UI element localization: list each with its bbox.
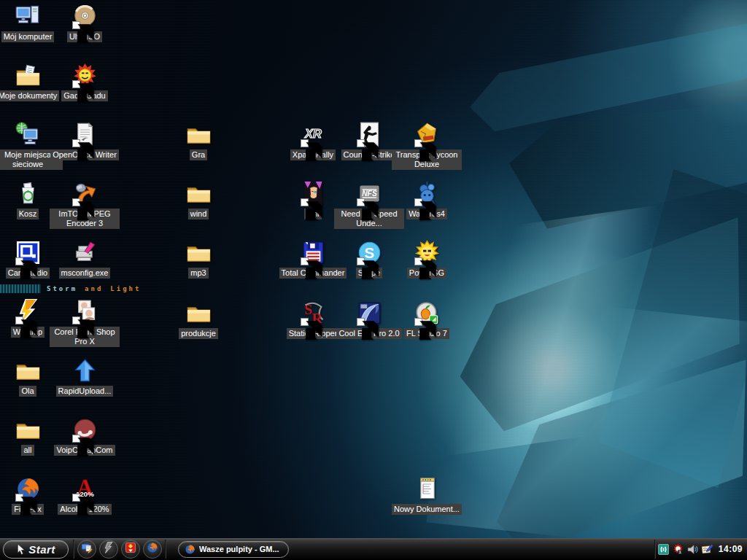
shortcut-arrow-icon	[15, 257, 23, 265]
notepad-icon	[414, 476, 440, 502]
desktop-icon-wind[interactable]: wind	[163, 181, 233, 219]
shortcut-arrow-icon	[72, 435, 80, 443]
sr-icon: SR	[301, 300, 326, 326]
taskbar-clock: 14:09	[719, 544, 743, 554]
folder-icon	[186, 122, 212, 147]
start-button[interactable]: Start	[3, 540, 69, 559]
task-button-area: Wasze pulpity - GM...	[168, 541, 653, 558]
firefox-icon	[185, 544, 196, 555]
shortcut-arrow-icon	[72, 80, 80, 88]
corel-icon	[72, 299, 98, 324]
desktop-icon-corel-paint-shop[interactable]: Corel Paint Shop Pro X	[50, 299, 120, 347]
folder-icon	[186, 240, 212, 265]
desktop-icon-label: Kosz	[17, 209, 39, 219]
svg-text:XR: XR	[304, 127, 322, 140]
task-wasze-pulpity[interactable]: Wasze pulpity - GM...	[178, 541, 289, 558]
winamp-icon	[15, 299, 41, 324]
wallpaper-hatch-bar	[0, 284, 41, 293]
winamp-quicklaunch-icon	[103, 542, 115, 556]
tray-icons: 1	[657, 543, 713, 556]
shortcut-arrow-icon	[357, 318, 365, 326]
taskbar-separator	[73, 540, 74, 559]
quicklaunch-show-desktop[interactable]	[77, 540, 96, 559]
desktop-icon-mp3[interactable]: mp3	[163, 240, 233, 279]
shortcut-arrow-icon	[15, 316, 23, 324]
task-button-label: Wasze pulpity - GM...	[199, 545, 279, 553]
totalcmd-icon	[301, 240, 326, 265]
firefox-icon	[15, 476, 41, 502]
shortcut-arrow-icon	[357, 257, 365, 265]
cd-icon	[72, 4, 98, 29]
shortcut-arrow-icon	[72, 198, 80, 206]
desktop-icon-gadu-gadu[interactable]: Gadu-Gadu	[50, 63, 120, 101]
taskbar: Start Wasze pulpity - GM... 14:09 1	[0, 538, 747, 560]
quicklaunch-flashget-quicklaunch[interactable]	[121, 540, 140, 559]
svg-text:NFS: NFS	[362, 190, 377, 198]
flstudio-icon	[414, 300, 440, 326]
desktop-icon-warlords4[interactable]: Warlords4	[392, 181, 462, 219]
quicklaunch-winamp-quicklaunch[interactable]	[99, 540, 118, 559]
tray-tablet-icon[interactable]	[701, 543, 713, 556]
docsfolder-icon	[15, 63, 41, 88]
quicklaunch-firefox-quicklaunch[interactable]	[143, 540, 162, 559]
wallpaper-caption-text: Storm	[47, 285, 77, 292]
svg-text:1: 1	[679, 550, 681, 553]
svg-text:S: S	[304, 301, 312, 317]
imtoo-icon	[72, 181, 98, 206]
desktop-icon-produkcje[interactable]: produkcje	[163, 300, 233, 339]
wallpaper-caption: Storm and Light	[0, 284, 141, 294]
voip-icon	[72, 417, 98, 443]
shortcut-arrow-icon	[72, 139, 80, 147]
tray-volume-icon[interactable]	[686, 543, 699, 556]
shortcut-arrow-icon	[414, 318, 422, 326]
camstudio-icon	[15, 240, 41, 265]
desktop-icon-imtoo-mpeg-encoder[interactable]: ImTOO MPEG Encoder 3	[50, 181, 120, 229]
desktop-icon-openoffice-writer[interactable]: OpenOffice Writer	[50, 122, 120, 160]
shortcut-arrow-icon	[301, 139, 309, 147]
nfs-icon: NFS	[357, 181, 382, 206]
desktop-icon-label: Gra	[190, 149, 207, 160]
shortcut-arrow-icon	[301, 318, 309, 326]
msconfig-icon	[72, 240, 98, 265]
shortcut-arrow-icon	[414, 257, 422, 265]
folder-icon	[15, 358, 41, 384]
quick-launch-bar	[76, 540, 163, 559]
desktop-icon-label: produkcje	[179, 328, 218, 339]
flashget-quicklaunch-icon	[125, 542, 136, 556]
shortcut-arrow-icon	[15, 494, 23, 502]
desktop-icon-label: Ola	[19, 386, 36, 397]
shortcut-arrow-icon	[72, 21, 80, 29]
desktop-icon-alcohol-120[interactable]: A120%Alcohol 120%	[50, 476, 120, 515]
desktop-icon-ultraiso[interactable]: UltraISO	[50, 4, 120, 42]
skype-icon: S	[357, 240, 382, 265]
ttd-icon	[414, 122, 440, 147]
desktop-icon-gra[interactable]: Gra	[163, 122, 233, 160]
tray-codec-icon[interactable]	[657, 543, 670, 556]
taskbar-separator	[165, 540, 166, 559]
desktop-icon-rapidupload[interactable]: RapidUpload...	[50, 358, 120, 397]
show-desktop-icon	[81, 542, 93, 556]
desktop-icon-msconfig[interactable]: msconfig.exe	[50, 240, 120, 279]
xr-icon: XR	[301, 122, 326, 147]
sunyellow-icon	[414, 240, 440, 265]
start-label: Start	[28, 543, 55, 556]
desktop-icon-nowy-dokument[interactable]: Nowy Dokument...	[392, 476, 462, 515]
shortcut-arrow-icon	[72, 316, 80, 324]
desktop-icon-label: RapidUpload...	[56, 386, 114, 397]
desktop-icon-powergg[interactable]: PowerGG	[392, 240, 462, 279]
desktop-icon-voipcheapcom[interactable]: VoipCheapCom	[50, 417, 120, 456]
recycle-icon	[15, 181, 41, 206]
tray-gadu-status-icon[interactable]: 1	[672, 543, 684, 556]
desktop-icon-label: Mój komputer	[1, 31, 55, 42]
cs-icon	[357, 122, 382, 147]
firefox-quicklaunch-icon	[147, 542, 158, 556]
desktop-icon-label: Nowy Dokument...	[392, 504, 462, 515]
desktop-icon-label: wind	[188, 209, 209, 219]
folder-icon	[186, 181, 212, 206]
writer-icon	[72, 122, 98, 147]
desktop-icon-fl-studio-7[interactable]: FL Studio 7	[392, 300, 462, 339]
desktop-icon-transport-tycoon[interactable]: Transport Tycoon Deluxe	[392, 122, 462, 170]
network-icon	[15, 122, 41, 147]
shortcut-arrow-icon	[414, 198, 422, 206]
cooledit-icon	[357, 300, 382, 326]
